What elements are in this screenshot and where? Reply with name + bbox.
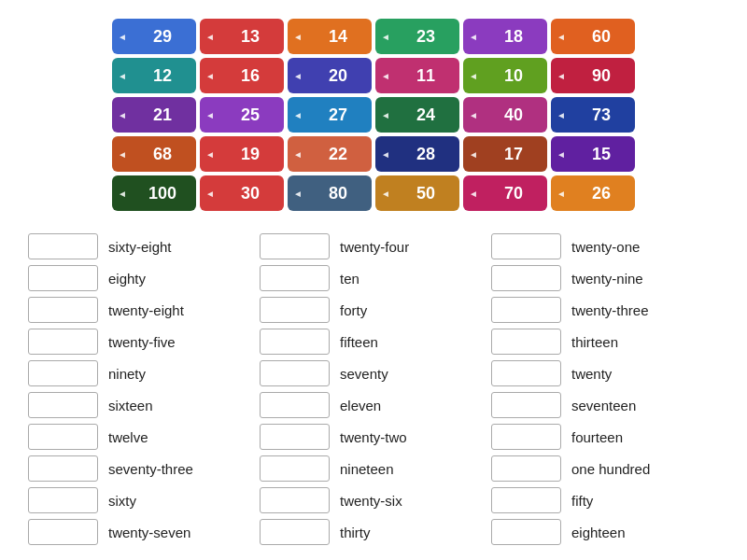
match-label-col1-row1: eighty	[106, 271, 256, 287]
match-input-col3-row0[interactable]	[491, 233, 561, 259]
match-label-col2-row9: thirty	[338, 525, 487, 540]
number-button-80[interactable]: 80	[288, 175, 372, 211]
match-label-col3-row1: twenty-nine	[570, 271, 719, 287]
match-label-col2-row0: twenty-four	[338, 239, 487, 255]
match-input-col2-row1[interactable]	[260, 265, 330, 291]
match-label-col3-row6: fourteen	[570, 429, 719, 445]
number-button-15[interactable]: 15	[551, 136, 635, 172]
number-button-18[interactable]: 18	[463, 19, 547, 54]
match-input-col2-row8[interactable]	[260, 487, 330, 513]
number-button-26[interactable]: 26	[551, 175, 635, 211]
number-button-21[interactable]: 21	[112, 97, 196, 133]
number-button-60[interactable]: 60	[551, 19, 635, 54]
match-label-col2-row7: nineteen	[338, 461, 487, 477]
match-input-col1-row4[interactable]	[28, 360, 98, 386]
number-button-24[interactable]: 24	[375, 97, 459, 133]
match-input-col1-row2[interactable]	[28, 297, 98, 323]
match-input-col1-row3[interactable]	[28, 329, 98, 355]
match-input-col2-row2[interactable]	[260, 297, 330, 323]
match-input-col1-row1[interactable]	[28, 265, 98, 291]
number-button-30[interactable]: 30	[200, 175, 284, 211]
number-button-17[interactable]: 17	[463, 136, 547, 172]
matching-area: sixty-eighttwenty-fourtwenty-oneeightyte…	[28, 233, 719, 545]
match-label-col1-row9: twenty-seven	[106, 525, 256, 540]
match-input-col3-row2[interactable]	[491, 297, 561, 323]
number-button-29[interactable]: 29	[112, 19, 196, 54]
match-label-col1-row2: twenty-eight	[106, 302, 256, 318]
match-input-col1-row9[interactable]	[28, 519, 98, 545]
match-input-col3-row5[interactable]	[491, 392, 561, 418]
match-label-col3-row2: twenty-three	[570, 302, 719, 318]
match-label-col2-row8: twenty-six	[338, 493, 487, 509]
number-button-27[interactable]: 27	[288, 97, 372, 133]
number-button-50[interactable]: 50	[375, 175, 459, 211]
match-label-col1-row3: twenty-five	[106, 334, 256, 350]
number-button-10[interactable]: 10	[463, 58, 547, 93]
match-label-col3-row0: twenty-one	[570, 239, 719, 255]
number-button-100[interactable]: 100	[112, 175, 196, 211]
match-label-col3-row8: fifty	[570, 493, 719, 509]
match-input-col1-row8[interactable]	[28, 487, 98, 513]
number-button-14[interactable]: 14	[288, 19, 372, 54]
number-button-68[interactable]: 68	[112, 136, 196, 172]
match-label-col3-row3: thirteen	[570, 334, 719, 350]
number-grid: 2913142318601216201110902125272440736819…	[112, 19, 635, 211]
number-button-22[interactable]: 22	[288, 136, 372, 172]
number-button-20[interactable]: 20	[288, 58, 372, 93]
match-input-col2-row5[interactable]	[260, 392, 330, 418]
match-input-col1-row6[interactable]	[28, 424, 98, 450]
match-input-col3-row7[interactable]	[491, 455, 561, 482]
number-button-11[interactable]: 11	[375, 58, 459, 93]
match-label-col3-row5: seventeen	[570, 398, 719, 413]
number-button-12[interactable]: 12	[112, 58, 196, 93]
match-input-col1-row7[interactable]	[28, 455, 98, 482]
match-input-col2-row0[interactable]	[260, 233, 330, 259]
match-label-col1-row8: sixty	[106, 493, 256, 509]
match-label-col3-row9: eighteen	[570, 525, 719, 540]
number-button-70[interactable]: 70	[463, 175, 547, 211]
match-label-col1-row7: seventy-three	[106, 461, 256, 477]
match-input-col3-row3[interactable]	[491, 329, 561, 355]
match-input-col2-row3[interactable]	[260, 329, 330, 355]
number-button-16[interactable]: 16	[200, 58, 284, 93]
number-button-40[interactable]: 40	[463, 97, 547, 133]
match-input-col2-row6[interactable]	[260, 424, 330, 450]
number-button-73[interactable]: 73	[551, 97, 635, 133]
number-button-23[interactable]: 23	[375, 19, 459, 54]
match-label-col2-row4: seventy	[338, 366, 487, 382]
match-label-col2-row6: twenty-two	[338, 429, 487, 445]
match-label-col1-row0: sixty-eight	[106, 239, 256, 255]
number-button-13[interactable]: 13	[200, 19, 284, 54]
match-input-col1-row0[interactable]	[28, 233, 98, 259]
number-button-25[interactable]: 25	[200, 97, 284, 133]
match-input-col3-row9[interactable]	[491, 519, 561, 545]
match-label-col2-row3: fifteen	[338, 334, 487, 350]
match-input-col1-row5[interactable]	[28, 392, 98, 418]
number-button-28[interactable]: 28	[375, 136, 459, 172]
match-label-col1-row4: ninety	[106, 366, 256, 382]
match-input-col2-row4[interactable]	[260, 360, 330, 386]
match-label-col1-row5: sixteen	[106, 398, 256, 413]
number-button-19[interactable]: 19	[200, 136, 284, 172]
match-input-col2-row9[interactable]	[260, 519, 330, 545]
match-input-col3-row1[interactable]	[491, 265, 561, 291]
match-label-col3-row7: one hundred	[570, 461, 719, 477]
number-button-90[interactable]: 90	[551, 58, 635, 93]
match-label-col1-row6: twelve	[106, 429, 256, 445]
match-input-col3-row4[interactable]	[491, 360, 561, 386]
match-input-col3-row6[interactable]	[491, 424, 561, 450]
match-input-col2-row7[interactable]	[260, 455, 330, 482]
match-label-col2-row2: forty	[338, 302, 487, 318]
match-label-col3-row4: twenty	[570, 366, 719, 382]
match-input-col3-row8[interactable]	[491, 487, 561, 513]
match-label-col2-row1: ten	[338, 271, 487, 287]
match-label-col2-row5: eleven	[338, 398, 487, 413]
